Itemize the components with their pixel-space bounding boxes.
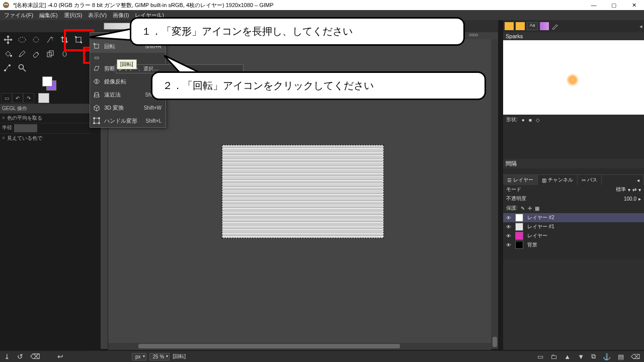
callout-2: ２．「回転」アイコンをクリックしてください xyxy=(151,71,486,100)
option-undo-icon[interactable]: ↶ xyxy=(12,93,23,103)
option-tab-icon[interactable]: ▭ xyxy=(1,93,12,103)
protect-label: 保護: xyxy=(506,205,518,212)
shape-row: 形状: ● ■ ◇ xyxy=(503,115,644,125)
canvas-image[interactable] xyxy=(222,145,384,238)
layer-row[interactable]: 👁レイヤー #2 xyxy=(503,213,644,222)
unit-select[interactable]: px xyxy=(132,353,146,360)
menu-edit[interactable]: 編集(E) xyxy=(36,11,61,20)
delete-layer-icon[interactable]: ⌫ xyxy=(631,353,640,360)
panel-menu-icon[interactable]: ◂ xyxy=(639,23,642,30)
tab-gradient-icon[interactable] xyxy=(540,22,549,30)
visibility-icon[interactable]: 👁 xyxy=(506,224,511,230)
zoom-select[interactable]: 25 % xyxy=(149,353,170,360)
layer-row[interactable]: 👁背景 xyxy=(503,240,644,249)
reset-icon[interactable]: ↩ xyxy=(57,352,63,360)
bucket-fill-tool-icon[interactable] xyxy=(1,47,15,60)
color-swatches[interactable] xyxy=(42,76,57,92)
image-content xyxy=(222,145,383,238)
rotate-tooltip: [回転] xyxy=(117,59,137,69)
eraser-tool-icon[interactable] xyxy=(29,47,43,60)
lock-alpha-icon[interactable]: ▦ xyxy=(535,206,539,211)
window-maximize-button[interactable]: ▢ xyxy=(604,0,624,10)
menu-view[interactable]: 表示(V) xyxy=(85,11,110,20)
svg-point-3 xyxy=(19,37,26,42)
merge-layer-icon[interactable]: ⚓ xyxy=(603,353,611,360)
svg-point-10 xyxy=(19,65,24,69)
tab-paths[interactable]: ✂パス xyxy=(578,175,602,185)
tab-paths-label: パス xyxy=(587,176,597,184)
shape-diamond-icon[interactable]: ◇ xyxy=(536,117,540,123)
opacity-label: 不透明度 xyxy=(506,195,624,202)
svg-point-5 xyxy=(11,55,12,57)
window-minimize-button[interactable]: — xyxy=(584,0,604,10)
layer-bottom-actions: ▭ 🗀 ▲ ▼ ⧉ ⚓ ▤ ⌫ xyxy=(495,351,644,362)
radius-row: 半径 xyxy=(0,123,91,133)
move-tool-icon[interactable] xyxy=(1,33,15,46)
tab-orange-icon[interactable] xyxy=(505,22,514,30)
callout-1: １．「変形」アイコンを長押し、してください xyxy=(130,17,465,46)
lower-layer-icon[interactable]: ▼ xyxy=(578,353,584,360)
layer-mode-value[interactable]: 標準 xyxy=(616,186,626,193)
sample-merged-row[interactable]: ×見えている色で xyxy=(0,133,91,143)
tab-orange2-icon[interactable] xyxy=(516,22,525,30)
svg-point-2 xyxy=(7,4,8,6)
visibility-icon[interactable]: 👁 xyxy=(506,242,511,248)
option-redo-icon[interactable]: ↷ xyxy=(23,93,34,103)
brush-tabs: Aa ◂ xyxy=(503,20,644,32)
shape-square-icon[interactable]: ■ xyxy=(529,117,532,123)
delete-icon[interactable]: ⌫ xyxy=(30,352,40,360)
new-layer-icon[interactable]: ▭ xyxy=(537,353,543,360)
flip-icon xyxy=(92,77,101,86)
layer-row[interactable]: 👁レイヤー #1 xyxy=(503,222,644,231)
free-select-tool-icon[interactable] xyxy=(29,33,43,46)
menu-image[interactable]: 画像(I) xyxy=(110,11,132,20)
tab-text-icon[interactable]: Aa xyxy=(527,22,538,30)
visibility-icon[interactable]: 👁 xyxy=(506,215,511,221)
option-swatch-icon[interactable] xyxy=(38,93,49,103)
tab-brush-icon[interactable] xyxy=(551,22,560,30)
sample-average-row[interactable]: ×色の平均を取る xyxy=(0,113,91,123)
zoom-tool-icon[interactable] xyxy=(15,61,29,74)
menu-select[interactable]: 選択(S) xyxy=(61,11,86,20)
gegl-operation-label: GEGL 操作 xyxy=(0,104,91,113)
menu-file[interactable]: ファイル(F) xyxy=(1,11,36,20)
opacity-value[interactable]: 100.0 xyxy=(624,196,636,202)
raise-layer-icon[interactable]: ▲ xyxy=(564,353,571,360)
crop-tool-icon[interactable] xyxy=(57,33,71,46)
dock-menu-icon[interactable]: ◂ xyxy=(633,175,644,185)
layer-mode-row: モード 標準 ▾⇄▾ xyxy=(503,185,644,194)
clone-tool-icon[interactable] xyxy=(43,47,57,60)
svg-point-1 xyxy=(5,4,6,6)
ellipse-select-tool-icon[interactable] xyxy=(15,33,29,46)
window-close-button[interactable]: ✕ xyxy=(624,0,644,10)
horizontal-scrollbar[interactable] xyxy=(108,343,491,350)
vertical-scrollbar[interactable] xyxy=(491,39,498,349)
gimp-icon xyxy=(2,1,10,9)
fuzzy-select-tool-icon[interactable] xyxy=(43,33,57,46)
toolbox xyxy=(0,32,91,76)
lock-position-icon[interactable]: ✛ xyxy=(528,206,532,211)
tab-channels[interactable]: ▥チャンネル xyxy=(538,175,578,185)
shape-circle-icon[interactable]: ● xyxy=(522,117,525,123)
smudge-tool-icon[interactable] xyxy=(57,47,71,60)
undo-icon[interactable]: ↺ xyxy=(17,352,23,360)
duplicate-layer-icon[interactable]: ⧉ xyxy=(591,352,596,360)
3d-transform-menu-item[interactable]: 3D 変換 Shift+W xyxy=(90,101,166,114)
layer-thumb xyxy=(515,232,523,240)
lock-paint-icon[interactable]: ✎ xyxy=(521,206,525,211)
tab-layers[interactable]: ☰レイヤー xyxy=(503,175,538,185)
mask-layer-icon[interactable]: ▤ xyxy=(618,353,624,360)
brush-preview[interactable] xyxy=(503,40,644,115)
foreground-color-swatch[interactable] xyxy=(42,76,52,86)
status-bar: px 25 % [回転] xyxy=(86,350,498,362)
save-icon[interactable]: ⤓ xyxy=(4,352,10,360)
layer-group-icon[interactable]: 🗀 xyxy=(550,353,557,360)
layer-row[interactable]: 👁レイヤー xyxy=(503,231,644,240)
visibility-icon[interactable]: 👁 xyxy=(506,233,511,239)
channels-icon: ▥ xyxy=(542,177,546,183)
transform-tool-icon[interactable] xyxy=(71,33,86,46)
handle-transform-menu-item[interactable]: ハンドル変形 Shift+L xyxy=(90,114,166,127)
radius-input[interactable] xyxy=(14,124,37,132)
paths-tool-icon[interactable] xyxy=(1,61,15,74)
pencil-tool-icon[interactable] xyxy=(15,47,29,60)
